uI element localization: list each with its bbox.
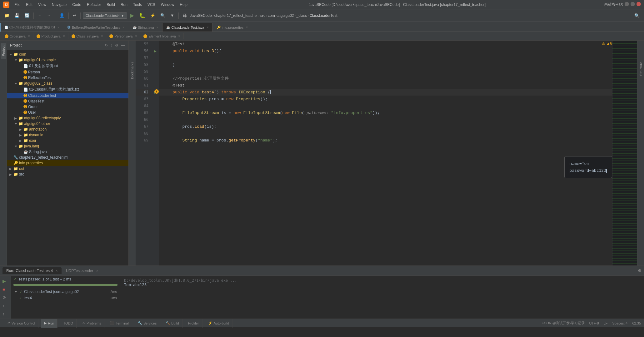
- tree-item-order[interactable]: ▶ 🅒 Order: [7, 104, 128, 110]
- tab-close-1[interactable]: ×: [123, 26, 125, 29]
- profile-button[interactable]: 🔍: [158, 12, 167, 19]
- of-close-order[interactable]: ×: [28, 34, 30, 38]
- project-hide-button[interactable]: —: [120, 42, 125, 48]
- tree-item-infoproperties[interactable]: ▶ 🔑 info.properties: [7, 160, 128, 166]
- coverage-button[interactable]: ⚡: [148, 12, 157, 19]
- status-tab-services[interactable]: 🔧 Services: [135, 319, 160, 328]
- run-stop-button[interactable]: ■: [1, 286, 10, 293]
- run-play-button[interactable]: ▶: [1, 277, 10, 285]
- tree-item-classloadertest[interactable]: ▶ 🅒 ClassLoaderTest: [7, 93, 128, 98]
- bc-classname[interactable]: ClassLoaderTest: [310, 13, 337, 18]
- tab-close-3[interactable]: ×: [207, 26, 209, 29]
- open-file-classtest[interactable]: ClassTest.java ×: [68, 33, 107, 39]
- bc-class-pkg[interactable]: _class: [296, 13, 307, 18]
- open-file-order[interactable]: Order.java ×: [2, 33, 33, 39]
- tree-item-dynamic[interactable]: ▶ 📁 dynamic: [7, 132, 128, 138]
- run-sort2-button[interactable]: ↕: [1, 310, 10, 317]
- menu-navigate[interactable]: Navigate: [49, 2, 69, 7]
- status-tab-profiler[interactable]: Profiler: [185, 319, 202, 328]
- bookmarks-label[interactable]: Bookmarks: [129, 59, 135, 82]
- status-tab-version-control[interactable]: ⎇ Version Control: [3, 319, 38, 328]
- tree-item-atguigu02[interactable]: ▼ 📁 atguigu02._class: [7, 81, 128, 86]
- run-tab-udp[interactable]: UDPTest.sender ×: [62, 267, 102, 274]
- tree-item-user[interactable]: ▶ 🅒 User: [7, 110, 128, 115]
- open-file-person[interactable]: Person.java ×: [106, 33, 140, 39]
- tree-item-annotation[interactable]: ▶ 📁 annotation: [7, 126, 128, 132]
- tree-item-txt01[interactable]: ▶ 📄 01-反射的举例.txt: [7, 63, 128, 69]
- tree-item-javalang[interactable]: ▼ 📁 java.lang: [7, 143, 128, 149]
- tab-close-2[interactable]: ×: [157, 26, 158, 29]
- sidebar-project-button[interactable]: Project: [1, 43, 6, 59]
- tree-item-com[interactable]: ▼ 📁 com: [7, 52, 128, 57]
- menu-view[interactable]: View: [36, 2, 49, 7]
- menu-build[interactable]: Build: [104, 2, 117, 7]
- status-position[interactable]: 62:35: [632, 321, 641, 325]
- menu-tools[interactable]: Tools: [131, 2, 144, 7]
- gutter-56[interactable]: ▶: [151, 47, 159, 54]
- file-tab-3[interactable]: ☕ ClassLoaderTest.java ×: [162, 23, 212, 32]
- project-sync-button[interactable]: ⟳: [104, 42, 109, 48]
- open-folder-button[interactable]: 📁: [2, 12, 11, 19]
- tree-item-src[interactable]: ▶ 📁 src: [7, 171, 128, 177]
- run-tab-main[interactable]: Run: ClassLoaderTest.test4 ×: [2, 267, 62, 274]
- tree-item-atguigu04[interactable]: ▼ 📁 atguigu04.other: [7, 121, 128, 126]
- sync-button[interactable]: 🔄: [22, 12, 31, 19]
- bc-project[interactable]: JavaSECode: [190, 13, 212, 18]
- run-tree-test4[interactable]: ✓ test4 2ms: [13, 295, 118, 301]
- tree-item-person[interactable]: ▶ 🅒 Person: [7, 69, 128, 75]
- run-tree-classloader[interactable]: ▼ ✓ ClassLoaderTest (com.atguigu02 2ms: [13, 289, 118, 295]
- file-tab-2[interactable]: ☕ String.java ×: [129, 23, 162, 32]
- of-close-elementtype[interactable]: ×: [178, 34, 180, 38]
- tree-item-atguigu03[interactable]: ▶ 📁 atguigu03.reflectapply: [7, 115, 128, 121]
- run-settings-button[interactable]: ⚙: [638, 268, 642, 273]
- tree-item-atguigu01[interactable]: ▼ 📁 atguigu01.example: [7, 57, 128, 63]
- tree-item-iml[interactable]: ▶ 🔧 chapter17_reflect_teacher.iml: [7, 155, 128, 160]
- run-button[interactable]: ▶: [128, 11, 136, 20]
- tree-item-exer[interactable]: ▶ 📁 exer: [7, 138, 128, 143]
- code-editor[interactable]: @Test public void test3(){ } //Propertie…: [159, 41, 612, 265]
- open-file-product[interactable]: Product.java ×: [33, 33, 68, 39]
- more-run-options[interactable]: ▼: [168, 12, 176, 19]
- run-rerun-button[interactable]: ⊘: [1, 294, 10, 301]
- menu-file[interactable]: File: [12, 2, 23, 7]
- save-button[interactable]: 💾: [12, 12, 21, 19]
- status-tab-problems[interactable]: ⚠ Problems: [79, 319, 104, 328]
- maximize-button[interactable]: [631, 2, 635, 6]
- bc-com[interactable]: com: [268, 13, 275, 18]
- run-config-selector[interactable]: ClassLoaderTest.test4 ▼: [83, 12, 127, 19]
- tree-item-stringjava[interactable]: ▶ ☕ String.java: [7, 149, 128, 155]
- of-close-classtest[interactable]: ×: [101, 34, 103, 38]
- status-tab-autobuild[interactable]: ⚡ Auto-build: [205, 319, 233, 328]
- debug-button[interactable]: 🐛: [137, 11, 147, 20]
- of-close-person[interactable]: ×: [135, 34, 137, 38]
- tab-close-0[interactable]: ×: [57, 26, 59, 29]
- tree-item-reflectiontest[interactable]: ▶ 🅒 ReflectionTest: [7, 75, 128, 81]
- tree-item-classtest[interactable]: ▶ 🅒 ClassTest: [7, 98, 128, 104]
- menu-refactor[interactable]: Refactor: [84, 2, 103, 7]
- status-tab-run[interactable]: ▶ Run: [41, 319, 57, 328]
- menu-edit[interactable]: Edit: [23, 2, 35, 7]
- status-tab-build[interactable]: 🔨 Build: [162, 319, 182, 328]
- status-tab-terminal[interactable]: ⬛ Terminal: [107, 319, 132, 328]
- open-file-elementtype[interactable]: ElementType.java ×: [140, 33, 183, 39]
- run-sort-button[interactable]: ↕: [1, 302, 10, 309]
- status-indent[interactable]: Spaces: 4: [612, 321, 628, 325]
- menu-window[interactable]: Window: [158, 2, 177, 7]
- menu-help[interactable]: Help: [177, 2, 190, 7]
- translate-button[interactable]: 译: [181, 12, 189, 20]
- run-tab-udp-close[interactable]: ×: [96, 269, 98, 273]
- file-tab-1[interactable]: 🅒 BufferedReaderWriterTest.class ×: [63, 23, 129, 32]
- menu-run[interactable]: Run: [118, 2, 130, 7]
- structure-label[interactable]: Structure: [638, 59, 644, 78]
- tab-close-4[interactable]: ×: [246, 26, 248, 29]
- file-tab-4[interactable]: 🔑 info.properties ×: [213, 23, 252, 32]
- project-sort-button[interactable]: ↕: [110, 42, 113, 48]
- of-close-product[interactable]: ×: [63, 34, 65, 38]
- run-tab-close[interactable]: ×: [56, 269, 58, 273]
- menu-code[interactable]: Code: [70, 2, 84, 7]
- status-encoding[interactable]: UTF-8: [589, 321, 599, 325]
- tree-item-txt02[interactable]: ▶ 📄 02-Class的理解与类的加载.txt: [7, 86, 128, 93]
- file-tab-0[interactable]: 📄 02-Class的理解与类的加载.txt ×: [0, 23, 63, 32]
- user-icon[interactable]: 👤: [57, 12, 66, 19]
- project-gear-button[interactable]: ⚙: [114, 42, 119, 48]
